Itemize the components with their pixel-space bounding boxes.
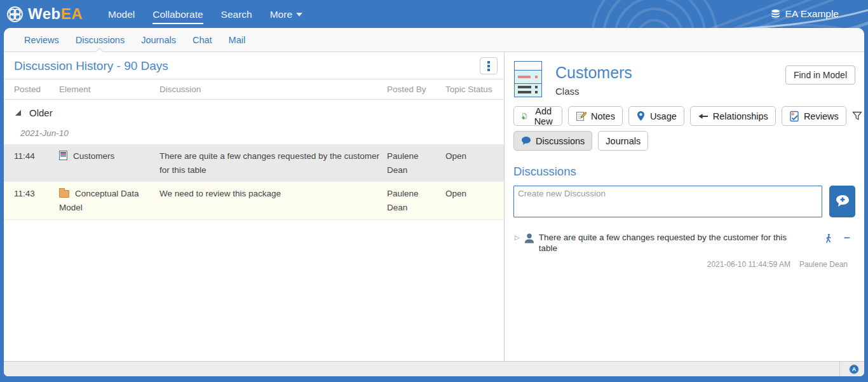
- new-discussion-input[interactable]: [513, 186, 822, 217]
- filter-funnel-icon: [852, 111, 862, 121]
- add-new-icon: [521, 111, 527, 122]
- usage-pin-icon: [636, 111, 646, 121]
- topmenu-search[interactable]: Search: [212, 1, 261, 27]
- model-badge-label: EA Example: [785, 8, 839, 20]
- cell-discussion: There are quite a few changes requested …: [158, 144, 386, 182]
- cell-element: Customers: [58, 144, 158, 182]
- subnav-chat[interactable]: Chat: [184, 29, 220, 51]
- cell-topic-status: Open: [444, 144, 499, 182]
- discussion-composer: [513, 186, 855, 217]
- group-label: Older: [29, 107, 53, 118]
- collapse-minus-icon[interactable]: −: [844, 233, 850, 243]
- collaborate-subnav: Reviews Discussions Journals Chat Mail: [4, 28, 864, 52]
- subnav-discussions[interactable]: Discussions: [67, 29, 133, 51]
- user-avatar-icon: [524, 233, 535, 243]
- reviews-icon: [789, 111, 799, 122]
- notes-label: Notes: [591, 111, 615, 121]
- col-discussion: Discussion: [158, 79, 386, 99]
- subnav-reviews[interactable]: Reviews: [16, 29, 67, 51]
- notes-button[interactable]: Notes: [568, 106, 623, 126]
- cell-element: Conceptual Data Model: [58, 182, 158, 219]
- cell-topic-status: Open: [444, 182, 499, 219]
- detail-toolbar-row2: Discussions Journals: [513, 131, 855, 151]
- chevron-down-icon: [296, 13, 302, 17]
- database-icon: [770, 9, 781, 20]
- discussion-timestamp: 2021-06-10 11:44:59 AM: [707, 260, 790, 269]
- discussion-bubble-icon: [521, 136, 531, 146]
- page-frame: Reviews Discussions Journals Chat Mail D…: [0, 28, 868, 382]
- sparx-a-logo-icon[interactable]: A: [849, 364, 859, 374]
- discussion-actions: −: [824, 233, 850, 243]
- new-discussion-bubble-icon: [835, 194, 850, 208]
- detail-titles: Customers Class: [555, 60, 785, 97]
- col-posted: Posted: [13, 79, 58, 99]
- webea-logo[interactable]: WebEA: [0, 5, 83, 23]
- cell-posted: 11:44: [13, 144, 58, 182]
- add-new-button[interactable]: Add New: [513, 106, 562, 126]
- discussions-section-title: Discussions: [513, 165, 855, 179]
- subnav-mail[interactable]: Mail: [220, 29, 254, 51]
- relationships-label: Relationships: [713, 111, 768, 121]
- class-table-icon: [59, 151, 67, 160]
- history-header: Discussion History - 90 Days: [4, 52, 504, 79]
- discussions-button[interactable]: Discussions: [513, 131, 592, 151]
- subnav-journals[interactable]: Journals: [133, 29, 184, 51]
- discussion-thread-item: ▷ There are quite a few changes requeste…: [513, 233, 855, 254]
- filter-control[interactable]: Single: [852, 111, 864, 121]
- model-badge[interactable]: EA Example: [770, 8, 868, 20]
- element-title: Customers: [555, 64, 785, 82]
- discussion-author: Paulene Dean: [799, 260, 848, 269]
- top-navbar: WebEA Model Collaborate Search More EA E…: [0, 0, 868, 28]
- date-group-label: 2021-Jun-10: [4, 123, 504, 144]
- content-area: Reviews Discussions Journals Chat Mail D…: [4, 28, 864, 376]
- cell-posted-by: Paulene Dean: [386, 144, 444, 182]
- usage-label: Usage: [650, 111, 677, 121]
- sparx-knot-icon: [6, 6, 24, 23]
- status-footer: A: [4, 361, 864, 376]
- history-options-button[interactable]: [480, 57, 498, 74]
- history-title: Discussion History - 90 Days: [14, 59, 168, 73]
- detail-header: Customers Class Find in Model: [513, 60, 855, 97]
- discussions-label: Discussions: [536, 136, 585, 146]
- create-discussion-button[interactable]: [829, 186, 855, 217]
- svg-text:A: A: [852, 366, 857, 372]
- main-split: Discussion History - 90 Days Posted Elem…: [4, 52, 864, 361]
- find-in-model-button[interactable]: Find in Model: [785, 65, 855, 85]
- reviews-button[interactable]: Reviews: [782, 106, 846, 126]
- topmenu-collaborate[interactable]: Collaborate: [144, 1, 212, 27]
- group-expanded-icon: [15, 110, 21, 116]
- topmenu-model[interactable]: Model: [99, 1, 144, 27]
- relationships-arrow-icon: [698, 112, 709, 121]
- history-row-customers[interactable]: 11:44 Customers There are quite a few ch…: [4, 144, 504, 182]
- cell-posted-by: Paulene Dean: [386, 182, 444, 219]
- relationships-button[interactable]: Relationships: [690, 106, 776, 126]
- col-element: Element: [58, 79, 158, 99]
- discussion-history-panel: Discussion History - 90 Days Posted Elem…: [4, 52, 505, 361]
- footer-logo-area: A: [839, 362, 864, 376]
- element-detail-panel: Customers Class Find in Model Add New: [505, 52, 864, 361]
- topmenu-more[interactable]: More: [261, 1, 311, 27]
- col-posted-by: Posted By: [386, 79, 444, 99]
- cell-posted: 11:43: [13, 182, 58, 219]
- brand-text: WebEA: [28, 5, 83, 23]
- col-topic-status: Topic Status: [444, 79, 499, 99]
- element-type: Class: [555, 86, 785, 97]
- cell-discussion: We need to review this package: [158, 182, 386, 219]
- walking-person-icon[interactable]: [824, 233, 832, 243]
- discussion-meta: 2021-06-10 11:44:59 AMPaulene Dean: [513, 260, 855, 269]
- add-new-label: Add New: [532, 106, 555, 126]
- class-element-icon: [514, 61, 542, 97]
- journals-button[interactable]: Journals: [598, 131, 648, 151]
- notes-icon: [576, 111, 587, 121]
- usage-button[interactable]: Usage: [628, 106, 684, 126]
- history-column-headers: Posted Element Discussion Posted By Topi…: [4, 79, 504, 100]
- top-menu: Model Collaborate Search More: [99, 1, 311, 27]
- history-row-conceptual-data-model[interactable]: 11:43 Conceptual Data Model We need to r…: [4, 182, 504, 220]
- expand-caret-icon[interactable]: ▷: [515, 235, 520, 241]
- reviews-label: Reviews: [804, 111, 839, 121]
- package-folder-icon: [59, 190, 69, 198]
- journals-label: Journals: [606, 136, 641, 146]
- group-header-older[interactable]: Older: [4, 100, 504, 123]
- detail-toolbar-row1: Add New Notes Usage: [513, 106, 855, 126]
- discussion-message-text: There are quite a few changes requested …: [539, 233, 824, 254]
